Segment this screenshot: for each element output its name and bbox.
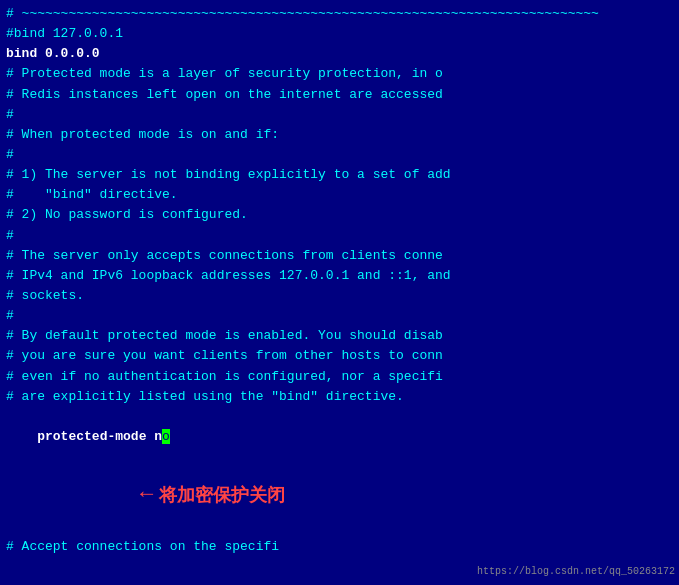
line-5: # Redis instances left open on the inter… — [6, 85, 673, 105]
line-15: # sockets. — [6, 286, 673, 306]
line-19: # even if no authentication is configure… — [6, 367, 673, 387]
line-2: #bind 127.0.0.1 — [6, 24, 673, 44]
line-7: # When protected mode is on and if: — [6, 125, 673, 145]
line-8: # — [6, 145, 673, 165]
accept-line: # Accept connections on the specifi — [6, 537, 279, 557]
line-4: # Protected mode is a layer of security … — [6, 64, 673, 84]
line-16: # — [6, 306, 673, 326]
line-20: # are explicitly listed using the "bind"… — [6, 387, 673, 407]
line-11: # 2) No password is configured. — [6, 205, 673, 225]
line-18: # you are sure you want clients from oth… — [6, 346, 673, 366]
terminal-window: # ~~~~~~~~~~~~~~~~~~~~~~~~~~~~~~~~~~~~~~… — [0, 0, 679, 585]
line-10: # "bind" directive. — [6, 185, 673, 205]
protected-mode-text: protected-mode n — [37, 429, 162, 444]
annotation-container: ← 将加密保护关闭 — [140, 483, 285, 507]
line-12: # — [6, 226, 673, 246]
line-3: bind 0.0.0.0 — [6, 44, 673, 64]
line-6: # — [6, 105, 673, 125]
line-14: # IPv4 and IPv6 loopback addresses 127.0… — [6, 266, 673, 286]
line-1: # ~~~~~~~~~~~~~~~~~~~~~~~~~~~~~~~~~~~~~~… — [6, 4, 673, 24]
protected-mode-line: protected-mode no — [6, 407, 673, 467]
line-17: # By default protected mode is enabled. … — [6, 326, 673, 346]
url-watermark: https://blog.csdn.net/qq_50263172 — [477, 566, 675, 577]
annotation-label: 将加密保护关闭 — [159, 483, 285, 507]
cursor-char: o — [162, 429, 170, 444]
line-13: # The server only accepts connections fr… — [6, 246, 673, 266]
line-9: # 1) The server is not binding explicitl… — [6, 165, 673, 185]
arrow-icon: ← — [140, 484, 153, 506]
